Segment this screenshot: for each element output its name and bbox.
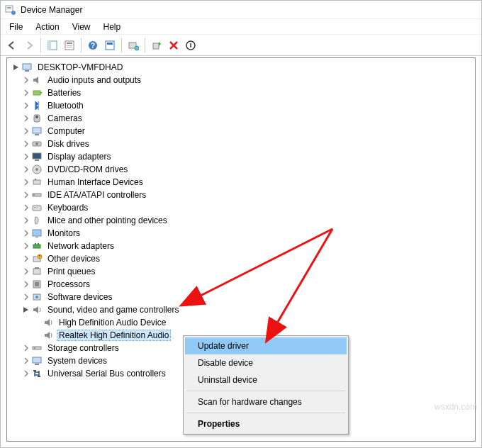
scan-hardware-button[interactable] (125, 37, 142, 54)
device-category-icon (31, 279, 43, 290)
expander-icon[interactable] (21, 241, 31, 251)
expander-icon[interactable] (21, 254, 31, 264)
action-button[interactable] (101, 37, 118, 54)
tree-item[interactable]: Display adapters (9, 150, 473, 163)
tree-root-label: DESKTOP-VMFDHAD (35, 62, 125, 73)
tree-item[interactable]: Print queues (9, 265, 473, 278)
tree-root[interactable]: DESKTOP-VMFDHAD (9, 61, 473, 74)
menu-item-update-driver[interactable]: Update driver (185, 337, 347, 354)
svg-rect-24 (33, 128, 41, 133)
tree-item[interactable]: Software devices (9, 291, 473, 303)
svg-rect-58 (33, 370, 36, 371)
svg-point-53 (35, 296, 38, 298)
expander-icon[interactable] (21, 88, 31, 98)
tree-item[interactable]: Computer (9, 125, 473, 138)
device-category-icon (31, 342, 43, 354)
device-category-icon (31, 215, 43, 226)
svg-rect-13 (107, 43, 113, 45)
svg-rect-25 (35, 134, 39, 135)
tree-item[interactable]: IDE ATA/ATAPI controllers (9, 189, 473, 201)
device-tree[interactable]: DESKTOP-VMFDHAD Audio inputs and outputs… (9, 60, 473, 381)
svg-rect-8 (67, 45, 72, 46)
expander-icon[interactable] (21, 267, 31, 276)
context-menu: Update driver Disable device Uninstall d… (183, 335, 349, 435)
svg-point-23 (35, 116, 38, 118)
svg-rect-37 (34, 207, 35, 208)
properties-button[interactable] (61, 37, 78, 54)
menu-item-properties[interactable]: Properties (185, 415, 347, 432)
expander-icon[interactable] (21, 356, 31, 366)
tree-item[interactable]: Human Interface Devices (9, 176, 473, 189)
expander-icon[interactable] (21, 139, 31, 149)
speaker-icon (31, 304, 43, 315)
speaker-icon (43, 330, 54, 341)
tree-item[interactable]: Keyboards (9, 201, 473, 214)
uninstall-device-button[interactable] (165, 37, 182, 54)
menu-help[interactable]: Help (98, 21, 127, 33)
svg-rect-7 (67, 43, 72, 44)
toolbar: ? (1, 35, 481, 56)
tree-item[interactable]: Monitors (9, 227, 473, 240)
menu-view[interactable]: View (67, 21, 96, 33)
expander-icon[interactable] (21, 215, 31, 225)
tree-item[interactable]: Disk drives (9, 138, 473, 150)
expander-icon[interactable] (21, 152, 31, 162)
device-category-icon (31, 113, 43, 124)
tree-item[interactable]: Processors (9, 278, 473, 291)
tree-item[interactable]: Cameras (9, 112, 473, 125)
tree-item-label: Print queues (45, 266, 97, 277)
expander-icon[interactable] (21, 369, 31, 379)
expander-icon[interactable] (21, 279, 31, 289)
svg-rect-57 (35, 364, 39, 365)
tree-item[interactable]: Audio inputs and outputs (9, 74, 473, 86)
device-category-icon (31, 228, 43, 239)
tree-item-label: High Definition Audio Device (57, 317, 168, 328)
tree-item-label: Other devices (45, 253, 102, 264)
expander-icon[interactable] (21, 126, 31, 136)
tree-item-label: Computer (45, 125, 87, 137)
menu-item-uninstall-device[interactable]: Uninstall device (185, 371, 347, 388)
svg-rect-43 (35, 243, 36, 245)
tree-item-label: Storage controllers (45, 342, 121, 354)
menu-item-disable-device[interactable]: Disable device (185, 354, 347, 371)
forward-button[interactable] (21, 37, 38, 54)
expander-icon[interactable] (21, 292, 31, 302)
expander-icon[interactable] (21, 228, 31, 238)
tree-item[interactable]: DVD/CD-ROM drives (9, 163, 473, 176)
expander-icon[interactable] (11, 62, 21, 72)
tree-item[interactable]: Network adapters (9, 240, 473, 252)
svg-rect-2 (7, 9, 11, 9)
help-button[interactable]: ? (84, 37, 101, 54)
show-hide-console-tree-button[interactable] (44, 37, 61, 54)
menu-action[interactable]: Action (30, 21, 65, 33)
tree-item-label: DVD/CD-ROM drives (45, 164, 130, 175)
tree-child-hda[interactable]: High Definition Audio Device (9, 316, 473, 329)
toolbar-separator (145, 38, 145, 52)
expander-icon[interactable] (21, 305, 31, 315)
tree-item[interactable]: ?Other devices (9, 252, 473, 265)
expander-icon[interactable] (21, 203, 31, 213)
expander-icon[interactable] (21, 177, 31, 187)
tree-item[interactable]: Batteries (9, 86, 473, 99)
menu-item-scan-hardware[interactable]: Scan for hardware changes (185, 393, 347, 410)
tree-item[interactable]: Mice and other pointing devices (9, 214, 473, 227)
update-driver-button[interactable] (148, 37, 165, 54)
tree-item[interactable]: Bluetooth (9, 99, 473, 112)
expander-icon[interactable] (21, 75, 31, 85)
svg-rect-20 (33, 91, 40, 95)
expander-icon[interactable] (21, 101, 31, 111)
toolbar-separator (40, 38, 41, 52)
expander-icon[interactable] (21, 343, 31, 353)
svg-rect-56 (33, 357, 41, 363)
tree-item-label: Mice and other pointing devices (45, 215, 169, 226)
tree-item-sound[interactable]: Sound, video and game controllers (9, 303, 473, 316)
back-button[interactable] (4, 37, 21, 54)
menu-file[interactable]: File (4, 21, 28, 33)
svg-rect-42 (33, 245, 40, 248)
svg-point-15 (135, 46, 139, 50)
expander-icon[interactable] (21, 164, 31, 174)
expander-icon[interactable] (21, 190, 31, 200)
device-category-icon (31, 87, 43, 99)
disable-device-button[interactable] (182, 37, 199, 54)
expander-icon[interactable] (21, 113, 31, 123)
